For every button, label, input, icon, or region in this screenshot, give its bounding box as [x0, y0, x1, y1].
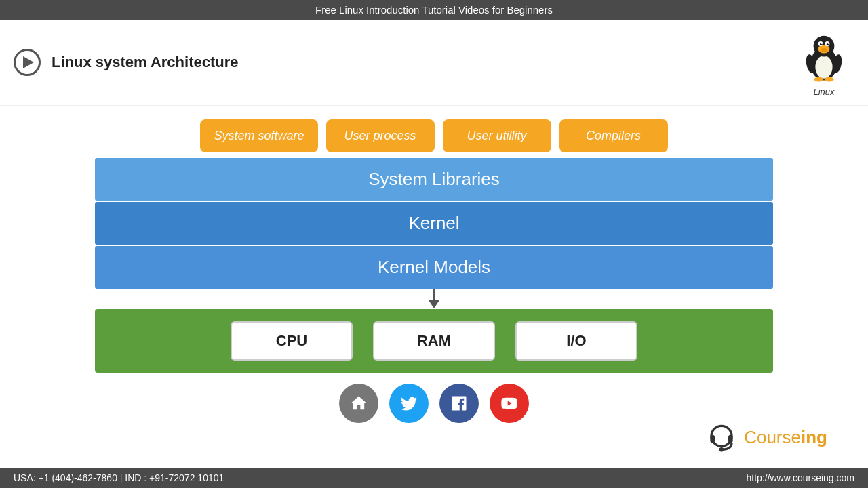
facebook-icon	[450, 394, 469, 413]
svg-point-10	[821, 48, 827, 52]
system-libraries-layer: System Libraries	[95, 158, 773, 201]
top-boxes-row: System software User process User utilli…	[95, 119, 773, 152]
header: Linux system Architecture	[0, 20, 868, 106]
home-social-icon[interactable]	[339, 384, 378, 423]
io-box: I/O	[515, 321, 637, 361]
svg-point-18	[719, 447, 724, 452]
svg-rect-17	[728, 435, 733, 443]
youtube-icon	[500, 394, 519, 413]
arrow-down	[95, 289, 773, 309]
twitter-icon	[399, 394, 418, 413]
svg-point-13	[814, 77, 823, 82]
layers-stack: System Libraries Kernel Kernel Models	[95, 158, 773, 289]
banner-text: Free Linux Introduction Tutorial Videos …	[315, 4, 553, 16]
headset-icon	[705, 420, 738, 454]
svg-point-1	[815, 56, 832, 79]
box-user-utility: User utillity	[443, 119, 551, 152]
twitter-social-icon[interactable]	[389, 384, 429, 423]
courseing-text: Courseing	[744, 427, 827, 448]
footer-right: http://www.courseing.com	[746, 472, 854, 483]
footer-left: USA: +1 (404)-462-7860 | IND : +91-72072…	[14, 472, 224, 483]
kernel-layer: Kernel	[95, 202, 773, 245]
box-compilers: Compilers	[559, 119, 668, 152]
page-title: Linux system Architecture	[52, 54, 800, 71]
youtube-social-icon[interactable]	[490, 384, 529, 423]
ram-box: RAM	[373, 321, 495, 361]
facebook-social-icon[interactable]	[439, 384, 479, 423]
main-content: System software User process User utilli…	[0, 106, 868, 430]
box-user-process: User process	[326, 119, 435, 152]
box-system-software: System software	[200, 119, 317, 152]
cpu-box: CPU	[231, 321, 353, 361]
kernel-models-layer: Kernel Models	[95, 246, 773, 289]
linux-penguin-icon	[800, 28, 848, 85]
social-icons-row	[95, 384, 773, 423]
linux-logo: Linux	[800, 28, 848, 97]
svg-point-7	[827, 43, 829, 46]
play-button[interactable]	[14, 49, 41, 76]
linux-text-label: Linux	[813, 87, 834, 97]
svg-point-14	[825, 77, 834, 82]
svg-rect-16	[711, 435, 715, 443]
top-banner: Free Linux Introduction Tutorial Videos …	[0, 0, 868, 20]
home-icon	[349, 394, 368, 413]
svg-point-6	[820, 43, 823, 46]
svg-point-8	[821, 43, 822, 44]
hardware-box: CPU RAM I/O	[95, 309, 773, 373]
svg-point-9	[828, 43, 829, 44]
courseing-logo: Courseing	[705, 420, 827, 454]
bottom-bar: USA: +1 (404)-462-7860 | IND : +91-72072…	[0, 468, 868, 488]
